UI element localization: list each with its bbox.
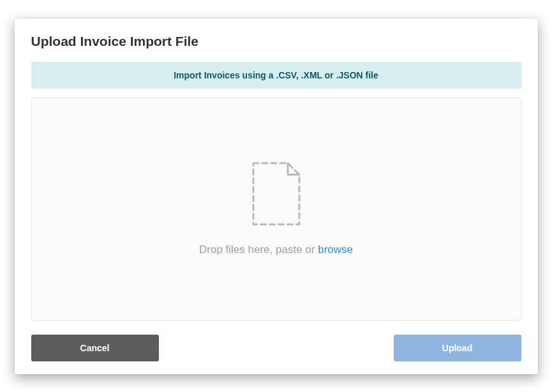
dropzone-prompt-prefix: Drop files here, paste or (199, 243, 318, 256)
file-dropzone[interactable]: Drop files here, paste or browse (31, 98, 521, 321)
dropzone-prompt: Drop files here, paste or browse (199, 243, 353, 256)
modal-title: Upload Invoice Import File (31, 34, 521, 49)
upload-invoice-modal: Upload Invoice Import File Import Invoic… (15, 18, 538, 374)
cancel-button[interactable]: Cancel (31, 335, 159, 361)
file-placeholder-icon (252, 162, 301, 226)
button-row: Cancel Upload (31, 335, 521, 361)
upload-button[interactable]: Upload (394, 335, 521, 361)
info-banner: Import Invoices using a .CSV, .XML or .J… (31, 62, 521, 89)
browse-link[interactable]: browse (318, 243, 353, 256)
